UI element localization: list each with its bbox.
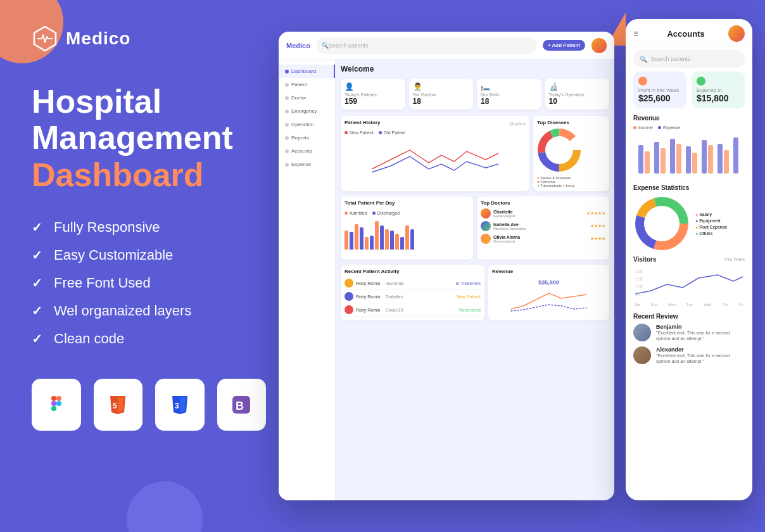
beds-icon: 🛏️ [481,82,538,91]
review-text-2: "Excellent visit. This was for a second … [656,353,745,364]
nav-doctor[interactable]: Doctor [279,91,335,104]
patient-history-filter: Month ▾ [510,122,526,127]
review-text-1: "Excellent visit. This was for a second … [656,330,745,341]
top-doctors-title: Top Doctors [481,200,605,206]
act-condition-1: Insomnia [386,281,403,286]
phone-search[interactable]: 🔍 Search patients [633,50,745,68]
act-condition-3: Covid-19 [386,308,403,312]
logo-area: Medico [32,25,266,52]
feature-label-2: Easy Customizable [54,247,173,263]
profit-card: Profit in this Week $25,600 [633,72,686,108]
doctor-item-1: Charlotte Gynecologist ★★★★★ [481,208,605,218]
phone-search-icon: 🔍 [640,56,647,63]
svg-rect-21 [645,151,650,174]
feature-label-4: Wel organaized layers [54,303,191,319]
tech-icons-row: 5 3 B [32,379,266,431]
review-avatar-1 [633,324,651,341]
act-avatar-3 [345,305,353,314]
legend-old-patient: Old Patient [384,130,406,135]
stat-value-beds: 18 [481,97,538,106]
feature-label-5: Clean code [54,331,124,347]
nav-label-patient: Patient [291,82,307,87]
doctor-stars-1: ★★★★★ [586,211,605,216]
dashboard-mockup: Medico 🔍 Search patients + Add Patient D… [279,32,614,500]
svg-rect-20 [638,145,643,174]
svg-rect-23 [661,148,666,174]
logo-text: Medico [66,28,130,49]
feature-item-3: ✓ Free Font Used [32,275,266,291]
html5-icon-box: 5 [94,379,143,431]
nav-emergency[interactable]: Emergency [279,104,335,118]
nav-accounts[interactable]: Accounts [279,144,335,158]
act-avatar-2 [345,292,353,301]
nav-dot-accounts [285,149,289,153]
figma-icon-box [32,379,81,431]
nav-label-doctor: Doctor [291,95,307,101]
top-diseases-title: Top Diseases [537,120,605,125]
css3-icon-box: 3 [155,379,205,431]
revenue-title: Revenue [492,269,513,274]
svg-point-37 [647,208,677,239]
nav-dashboard[interactable]: Dashboard [279,65,335,78]
revenue-card: Revenue $35,800 [488,265,609,320]
nav-label-expense: Expense [291,162,311,167]
feature-item-4: ✓ Wel organaized layers [32,303,266,319]
css3-icon: 3 [168,393,191,416]
dash-brand: Medico [286,42,310,49]
nav-expense[interactable]: Expense [279,158,335,171]
profit-label: Profit in this Week [638,87,681,93]
expense-label: Expense in [697,87,740,93]
operations-icon: 🔬 [549,82,606,91]
doctor-name-3: Olivia Amma [493,235,588,239]
feature-item-5: ✓ Clean code [32,331,266,347]
charts-row-1: Patient History Month ▾ New Patient Old … [341,116,609,191]
nav-operation[interactable]: Operation [279,118,335,131]
svg-text:5K: 5K [635,292,641,296]
stat-card-beds: 🛏️ Our Beds 18 [477,79,541,110]
bar-chart-bars [345,218,469,250]
nav-label-dashboard: Dashboard [291,68,316,74]
top-diseases-card: Top Diseases ● Stroke ● Diabetes ● Cirrh… [533,116,609,191]
check-icon-2: ✓ [32,248,42,263]
phone-visitors-title: Visitors [633,256,657,263]
medico-logo-icon [32,25,58,52]
recent-activity-card: Recent Patient Activity Roby Romlo Insom… [341,265,484,320]
svg-rect-4 [51,406,56,411]
stat-value-doctors: 18 [413,97,470,106]
top-doctors-card: Top Doctors Charlotte Gynecologist ★★★★★… [477,196,609,260]
bootstrap-icon: B [230,393,253,416]
svg-rect-26 [686,146,691,174]
nav-dot-operation [285,123,289,127]
dash-search-bar[interactable]: 🔍 Search patients [317,37,536,54]
doctor-name-1: Charlotte [493,210,584,214]
stat-card-doctors: 👨‍⚕️ Our Doctors 18 [409,79,474,110]
figma-icon [45,393,68,416]
review-content-1: Benjamin "Excellent visit. This was for … [656,324,745,341]
nav-dot-patient [285,83,289,87]
doctor-avatar-2 [481,221,491,231]
search-icon: 🔍 [322,42,329,49]
phone-mockup: ≡ Accounts 🔍 Search patients Profit in t… [626,19,752,500]
phone-revenue-title: Revenue [626,115,752,122]
legend-new-patient: New Patient [350,130,374,135]
stat-card-patients: 👤 Today's Patients 159 [341,79,405,110]
act-condition-2: Diabetes [386,294,403,299]
act-status-2: New Patient [457,294,481,299]
welcome-heading: Welcome [341,65,609,73]
activity-row-1: Roby Romlo Insomnia In Treatment [345,277,481,290]
stat-label-patients: Today's Patients [345,92,401,97]
nav-patient[interactable]: Patient [279,78,335,91]
phone-reviews-title: Recent Review [626,313,752,320]
patient-history-title: Patient History [345,120,380,125]
dash-sidebar: Dashboard Patient Doctor Emergency Opera… [279,60,336,500]
svg-rect-32 [733,137,738,174]
svg-text:5: 5 [113,402,117,410]
svg-rect-24 [670,139,675,174]
activity-row: Recent Patient Activity Roby Romlo Insom… [341,265,609,320]
nav-reports[interactable]: Reports [279,131,335,144]
revenue-chart [492,287,605,312]
add-patient-button[interactable]: + Add Patient [543,40,585,51]
bottom-row: Total Patient Per Day Admitted Discharge… [341,196,609,260]
review-item-1: Benjamin "Excellent visit. This was for … [633,324,745,341]
phone-cards-row: Profit in this Week $25,600 Expense in $… [626,72,752,108]
